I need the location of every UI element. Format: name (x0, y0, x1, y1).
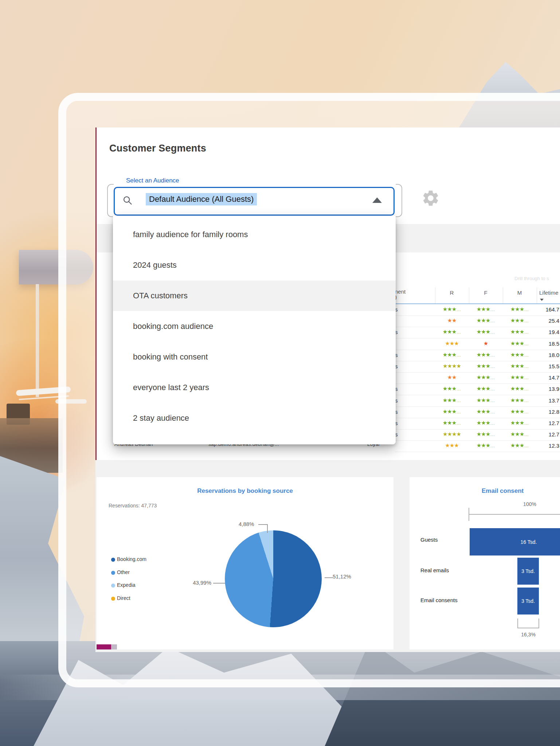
table-row[interactable]: s★★★…★★★…★★★…19.4 (395, 327, 560, 338)
star-rating-r: ★★ (435, 374, 469, 381)
legend-label: Other (117, 569, 130, 575)
pie-leader-line (258, 524, 268, 525)
star-rating-m: ★★★… (503, 431, 536, 437)
star-rating-f: ★★★… (469, 420, 502, 426)
selected-audience-text[interactable]: Default Audience (All Guests) (146, 193, 257, 205)
table-row[interactable]: s★★★…★★★…★★★…13.7 (395, 395, 560, 407)
funnel-bar-email-consents[interactable]: 3 Tsd. (517, 588, 539, 615)
search-icon (122, 195, 133, 205)
star-rating-m: ★★★… (503, 317, 536, 324)
legend-color-dot (111, 571, 115, 575)
audience-option-2024-guests[interactable]: 2024 guests (113, 250, 396, 280)
star-rating-r: ★★★… (435, 352, 469, 358)
table-row[interactable]: ★★★★★★…★★★…12.3 (395, 440, 560, 452)
email-consent-card: Email consent 100% Guests16 Tsd.Real ema… (410, 477, 560, 649)
page-accent-strip (97, 644, 111, 649)
funnel-bar-value: 3 Tsd. (521, 598, 535, 604)
table-row[interactable]: s★★★…★★★…★★★…164.7 (395, 304, 560, 316)
legend-label: Booking.com (117, 556, 146, 562)
column-header-lifetime[interactable]: Lifetime (539, 290, 559, 296)
lifetime-value: 19.4 (537, 329, 559, 335)
wallpaper-pillar (36, 284, 39, 397)
pie-leader-line (267, 524, 268, 533)
column-header-m[interactable]: M (503, 290, 536, 296)
wallpaper-pool-reflection (0, 418, 63, 473)
star-rating-f: ★★★… (469, 442, 502, 449)
lifetime-value: 164.7 (537, 306, 559, 313)
reservations-count: Reservations: 47,773 (109, 503, 157, 509)
star-rating-f: ★★★… (469, 329, 502, 335)
lifetime-value: 13.9 (537, 386, 559, 392)
column-header-r[interactable]: R (435, 290, 469, 296)
star-rating-r: ★★★★ (435, 363, 469, 369)
combobox-outline-right (396, 184, 402, 217)
star-rating-r: ★★★… (435, 408, 469, 415)
table-row[interactable]: s★★★…★★★…★★★…12.8 (395, 407, 560, 418)
lifetime-value: 25.4 (537, 318, 559, 324)
audience-field-label: Select an Audience (123, 177, 183, 184)
lifetime-value: 14.7 (537, 374, 559, 381)
funnel-bracket-tick (539, 619, 539, 628)
star-rating-m: ★★★… (503, 340, 536, 347)
column-header-f[interactable]: F (469, 290, 502, 296)
collapse-dropdown-icon[interactable] (372, 197, 382, 203)
star-rating-r: ★★★★ (435, 431, 469, 437)
audience-option-booking-com-audience[interactable]: booking.com audience (113, 311, 396, 342)
funnel-category-label: Email consents (420, 597, 458, 603)
funnel-category-label: Guests (420, 537, 438, 543)
pie-label-booking: 51,12% (333, 573, 351, 580)
sort-descending-icon[interactable] (540, 299, 544, 301)
page-title: Customer Segments (109, 143, 206, 154)
table-row[interactable]: s★★★…★★★…★★★…18.0 (395, 350, 560, 361)
funnel-bracket-line (517, 628, 539, 628)
booking-source-pie[interactable] (225, 530, 322, 627)
audience-option-2-stay-audience[interactable]: 2 stay audience (113, 403, 396, 433)
lifetime-value: 15.5 (537, 363, 559, 369)
audience-option-booking-with-consent[interactable]: booking with consent (113, 342, 396, 372)
star-rating-f: ★★★… (469, 363, 502, 369)
legend-color-dot (111, 558, 115, 562)
lifetime-value: 12.3 (537, 443, 559, 449)
star-rating-r: ★★★… (435, 397, 469, 404)
audience-option-everyone-last-2-years[interactable]: everyone last 2 years (113, 372, 396, 403)
star-rating-m: ★★★… (503, 374, 536, 381)
table-row[interactable]: ★★★★★★★…18.5 (395, 338, 560, 350)
table-row[interactable]: ★★★★★…★★★…25.4 (395, 315, 560, 327)
column-divider (503, 287, 503, 303)
lifetime-value: 13.7 (537, 397, 559, 404)
settings-gear-icon[interactable] (421, 189, 440, 208)
legend-label: Expedia (117, 582, 136, 588)
reservations-by-source-card: Reservations by booking source Reservati… (97, 477, 393, 649)
audience-option-ota-customers[interactable]: OTA customers (113, 280, 396, 311)
wallpaper-planter (7, 404, 30, 425)
funnel-bar-value: 16 Tsd. (521, 539, 537, 545)
funnel-ruler-line (469, 514, 560, 515)
star-rating-m: ★★★… (503, 408, 536, 415)
star-rating-r: ★★★ (435, 442, 469, 449)
audience-option-family-audience-for-family-rooms[interactable]: family audience for family rooms (113, 219, 396, 250)
pie-leader-line (325, 577, 333, 578)
lifetime-value: 18.5 (537, 341, 559, 347)
star-rating-r: ★★ (435, 317, 469, 324)
clipped-row-segment: Loyal (367, 444, 393, 454)
page-accent-strip-end (111, 644, 117, 649)
star-rating-m: ★★★… (503, 329, 536, 335)
star-rating-m: ★★★… (503, 420, 536, 426)
table-row[interactable]: s★★★…★★★…★★★…13.9 (395, 384, 560, 395)
star-rating-f: ★★★… (469, 374, 502, 381)
table-row[interactable]: s★★★★★★★…★★★…15.5 (395, 361, 560, 373)
table-row[interactable]: s★★★★★★★…★★★…12.7 (395, 429, 560, 441)
star-rating-m: ★★★… (503, 397, 536, 404)
star-rating-r: ★★★ (435, 340, 469, 347)
funnel-card-title: Email consent (482, 487, 524, 495)
legend-color-dot (111, 597, 115, 601)
funnel-bracket-tick (517, 619, 518, 628)
pie-leader-line (213, 583, 225, 584)
lifetime-value: 18.0 (537, 352, 559, 358)
funnel-bar-guests[interactable]: 16 Tsd. (470, 528, 560, 555)
funnel-bar-real-emails[interactable]: 3 Tsd. (517, 558, 539, 585)
star-rating-r: ★★★… (435, 306, 469, 313)
star-rating-f: ★★★… (469, 352, 502, 358)
table-row[interactable]: s★★★…★★★…★★★…12.7 (395, 418, 560, 429)
table-row[interactable]: ★★★★★…★★★…14.7 (395, 372, 560, 384)
